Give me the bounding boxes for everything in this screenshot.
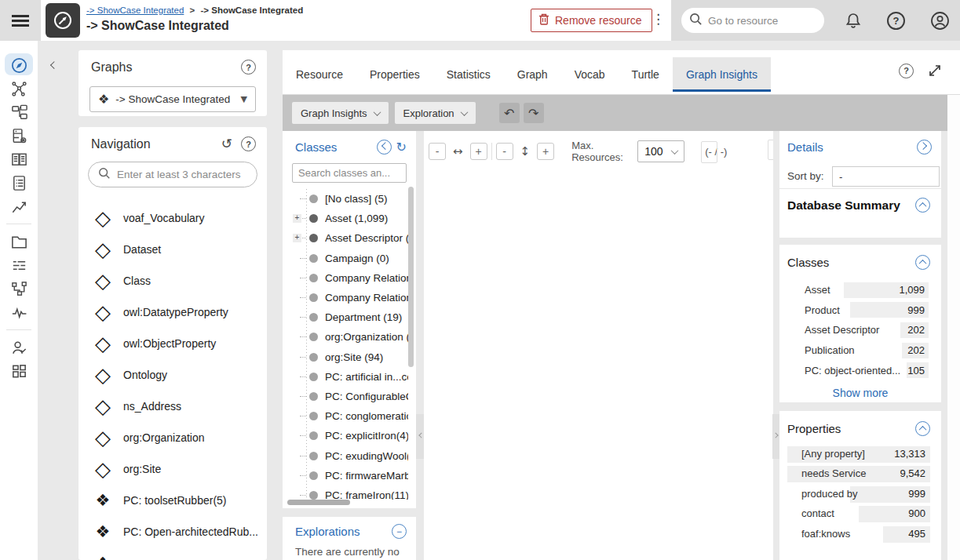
navigation-list-item[interactable]: PC: toolsetRubber(5) (78, 485, 267, 516)
go-to-resource-search[interactable] (681, 8, 824, 33)
graph-selector-dropdown[interactable]: ❖ -> ShowCase Integrated ▼ (89, 86, 256, 112)
class-count-row[interactable]: Publication 202 (779, 340, 941, 361)
tab[interactable]: Resource (283, 57, 356, 92)
class-tree-row[interactable]: + PC: exudingWool(2 (283, 445, 408, 465)
remove-resource-button[interactable]: Remove resource (531, 9, 652, 32)
show-more-link[interactable]: Show more (779, 387, 941, 399)
class-count-row[interactable]: PC: object-oriented... 105 (779, 360, 941, 380)
graph-insights-menu-button[interactable]: Graph Insights (292, 102, 389, 124)
classes-vertical-scrollbar[interactable] (408, 187, 414, 367)
navigation-list-item[interactable]: Dataset (78, 234, 267, 265)
rail-user-check-icon[interactable] (0, 336, 38, 359)
class-tree-row[interactable]: + PC: explicitIron(4) (283, 426, 408, 445)
navigation-help-icon[interactable]: ? (241, 136, 256, 151)
tree-expander-plus-icon[interactable]: + (293, 234, 301, 242)
zoom-out-v-button[interactable]: - (496, 143, 513, 160)
navigation-refresh-icon[interactable]: ↺ (221, 137, 232, 151)
class-tree-row[interactable]: + PC: firmwareMarbl (283, 466, 408, 485)
class-count-row[interactable]: Asset Descriptor 202 (779, 320, 941, 340)
details-properties-collapse-icon[interactable] (915, 421, 930, 436)
classes-search-input[interactable] (298, 167, 400, 179)
class-tree-row[interactable]: + Asset Descriptor (2 (283, 228, 408, 248)
rail-grid-icon[interactable] (0, 359, 38, 383)
breadcrumb-link[interactable]: -> ShowCase Integrated (86, 5, 184, 15)
property-count-row[interactable]: needs Service 9,542 (787, 464, 930, 484)
navigation-search[interactable] (88, 162, 257, 187)
property-count-row[interactable]: contact 900 (787, 504, 930, 524)
class-tree-row[interactable]: + [No class] (5) (283, 189, 408, 209)
fullscreen-expand-icon[interactable] (927, 63, 943, 78)
class-count-row[interactable]: Asset 1,099 (779, 280, 941, 300)
property-count-row[interactable]: foaf:knows 495 (787, 525, 930, 544)
class-tree-row[interactable]: + PC: conglomeratio (283, 406, 408, 426)
tab[interactable]: Vocab (561, 57, 619, 92)
help-icon[interactable]: ? (887, 12, 906, 31)
class-tree-row[interactable]: + Company Relation (283, 268, 408, 288)
classes-panel-collapse-handle[interactable] (416, 414, 424, 459)
navigation-list-item[interactable] (78, 547, 267, 560)
account-icon[interactable] (930, 11, 949, 30)
tab[interactable]: Properties (356, 57, 433, 92)
tab[interactable]: Graph (504, 57, 561, 92)
rail-pulse-icon[interactable] (0, 300, 38, 324)
undo-button[interactable]: ↶ (499, 103, 520, 123)
navigation-list-item[interactable]: PC: Open-architectedRub... (78, 516, 267, 547)
zoom-in-h-button[interactable]: + (470, 143, 487, 160)
navigation-list-item[interactable]: Ontology (78, 359, 267, 391)
app-logo-compass-icon[interactable] (46, 3, 80, 38)
class-count-row[interactable]: Product 999 (779, 300, 941, 321)
rail-folder-icon[interactable] (0, 230, 38, 253)
zoom-out-h-button[interactable]: - (429, 143, 446, 160)
sort-by-select[interactable]: - (832, 166, 940, 187)
class-tree-row[interactable]: + PC: ConfigurableC (283, 387, 408, 406)
panel-collapse-chevron-icon[interactable] (50, 58, 63, 71)
rail-network-icon[interactable] (0, 77, 38, 100)
go-to-resource-input[interactable] (708, 15, 810, 27)
rail-database-gear-icon[interactable] (0, 124, 38, 147)
class-tree-row[interactable]: + Campaign (0) (283, 249, 408, 268)
rail-book-icon[interactable] (0, 147, 38, 171)
navigation-list-item[interactable]: org:Site (78, 453, 267, 485)
navigation-search-input[interactable] (117, 169, 243, 180)
classes-horizontal-scrollbar[interactable] (287, 500, 350, 505)
classes-search[interactable] (292, 163, 407, 183)
rail-hierarchy-icon[interactable] (0, 100, 38, 124)
class-tree-row[interactable]: + org:Organization (9 (283, 327, 408, 347)
navigation-list-item[interactable]: org:Organization (78, 422, 267, 453)
explorations-collapse-minus-icon[interactable]: − (392, 524, 407, 539)
class-tree-row[interactable]: + Asset (1,099) (283, 209, 408, 228)
navigation-list-item[interactable]: Class (78, 265, 267, 296)
notifications-bell-icon[interactable] (844, 11, 863, 30)
graphs-help-icon[interactable]: ? (241, 60, 256, 75)
graph-canvas[interactable]: - ↔ + - ↕ + Max. Resources: 100 (- / -) (424, 131, 773, 560)
max-resources-select[interactable]: 100 (637, 140, 684, 162)
redo-button[interactable]: ↷ (524, 103, 544, 123)
tab[interactable]: Turtle (619, 57, 673, 92)
rail-flow-icon[interactable] (0, 277, 38, 300)
rail-list-icon[interactable] (0, 253, 38, 277)
details-classes-collapse-icon[interactable] (915, 255, 930, 270)
details-collapse-icon[interactable] (917, 140, 932, 155)
more-options-kebab-icon[interactable]: ⋮ (652, 11, 663, 27)
class-tree-row[interactable]: + org:Site (94) (283, 347, 408, 367)
hamburger-menu-icon[interactable] (12, 15, 29, 27)
class-tree-row[interactable]: + Company Relation (283, 288, 408, 307)
rail-journal-icon[interactable] (0, 171, 38, 195)
navigation-list-item[interactable]: voaf_Vocabulary (78, 202, 267, 234)
class-tree-row[interactable]: + PC: artificial in...ce (283, 367, 408, 387)
tab[interactable]: Statistics (433, 57, 504, 92)
classes-refresh-icon[interactable]: ↻ (396, 141, 407, 154)
tab-help-icon[interactable]: ? (899, 64, 914, 78)
classes-collapse-icon[interactable] (377, 140, 392, 155)
class-tree-row[interactable]: + Department (19) (283, 307, 408, 327)
zoom-in-v-button[interactable]: + (537, 143, 554, 160)
navigation-list-item[interactable]: owl:DatatypeProperty (78, 296, 267, 328)
database-summary-collapse-icon[interactable] (915, 198, 930, 213)
navigation-list-item[interactable]: ns_Address (78, 391, 267, 422)
clipped-toolbar-button[interactable] (768, 140, 773, 160)
tree-expander-plus-icon[interactable]: + (293, 214, 301, 223)
property-count-row[interactable]: produced by 999 (787, 485, 930, 504)
navigation-list-item[interactable]: owl:ObjectProperty (78, 328, 267, 359)
tab[interactable]: Graph Insights (673, 57, 771, 92)
exploration-menu-button[interactable]: Exploration (395, 102, 476, 124)
